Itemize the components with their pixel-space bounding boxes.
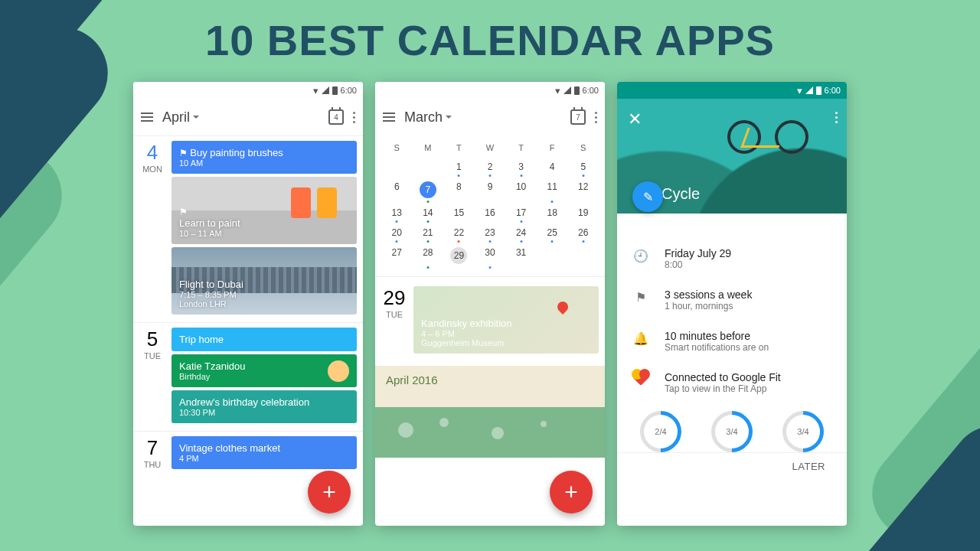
agenda-day-name: Tue (375, 310, 413, 319)
day-number: 7 (133, 436, 172, 460)
clock-icon: 🕘 (632, 247, 649, 270)
event-card[interactable]: Vintage clothes market4 PM (172, 436, 357, 469)
dow-label: M (413, 139, 444, 157)
phone-goal: ▾ 6:00 ✕ Cycle ✎ 🕘Friday July 298:00⚑3 s… (617, 82, 847, 526)
battery-icon (574, 86, 580, 95)
event-card[interactable]: ⚑ Learn to paint10 – 11 AM (172, 177, 357, 244)
calendar-day[interactable]: 2 (475, 157, 506, 177)
today-icon[interactable]: 7 (570, 109, 586, 125)
flag-icon: ⚑ (632, 289, 649, 311)
signal-icon (805, 86, 813, 94)
day-name: Tue (133, 351, 172, 360)
menu-icon[interactable] (141, 110, 153, 124)
calendar-day[interactable]: 9 (475, 177, 506, 203)
status-bar: ▾ 6:00 (375, 82, 605, 99)
app-bar: March 7 (375, 99, 605, 135)
detail-row[interactable]: Connected to Google FitTap to view in th… (629, 362, 835, 403)
event-card[interactable]: Katie TzanidouBirthday (172, 354, 357, 387)
day-name: Mon (133, 165, 172, 174)
wifi-icon: ▾ (555, 86, 560, 96)
calendar-day[interactable]: 16 (475, 203, 506, 223)
battery-icon (816, 86, 822, 95)
day-number: 4 (133, 141, 172, 165)
status-bar: ▾ 6:00 (133, 82, 363, 99)
detail-row[interactable]: ⚑3 sessions a week1 hour, mornings (629, 279, 835, 321)
calendar-day[interactable]: 13 (381, 203, 413, 223)
month-picker[interactable]: March (404, 109, 452, 126)
phone-month: ▾ 6:00 March 7 SMTWTFS123456789101112131… (375, 82, 605, 526)
status-time: 6:00 (825, 86, 841, 95)
day-row: 4Mon⚑ Buy painting brushes10 AM⚑ Learn t… (133, 135, 363, 322)
calendar-day[interactable]: 22 (443, 223, 475, 243)
calendar-day[interactable]: 31 (505, 243, 537, 269)
event-card[interactable]: Trip home (172, 328, 357, 351)
dow-label: W (475, 139, 506, 157)
calendar-day[interactable]: 4 (537, 157, 568, 177)
overflow-icon[interactable] (835, 109, 838, 126)
month-picker[interactable]: April (162, 109, 199, 126)
calendar-day[interactable]: 1 (443, 157, 475, 177)
wifi-icon: ▾ (797, 86, 802, 96)
calendar-day[interactable]: 26 (567, 223, 599, 243)
calendar-day[interactable]: 17 (505, 203, 537, 223)
reminder-icon: ⚑ (179, 148, 190, 158)
dow-label: T (443, 139, 475, 157)
calendar-day[interactable]: 21 (413, 223, 444, 243)
bell-icon: 🔔 (632, 330, 649, 353)
signal-icon (322, 86, 329, 94)
heart-icon (632, 371, 649, 394)
calendar-day[interactable]: 19 (567, 203, 599, 223)
calendar-day[interactable]: 27 (381, 243, 413, 269)
overflow-icon[interactable] (595, 112, 597, 123)
calendar-day[interactable]: 30 (475, 243, 506, 269)
overflow-icon[interactable] (353, 112, 355, 123)
close-icon[interactable]: ✕ (628, 109, 642, 129)
calendar-day[interactable]: 12 (567, 177, 599, 203)
today-icon[interactable]: 4 (328, 109, 344, 125)
bicycle-icon (727, 120, 808, 157)
calendar-day[interactable]: 25 (537, 223, 568, 243)
event-card[interactable]: ⚑ Buy painting brushes10 AM (172, 141, 357, 174)
event-card[interactable]: Kandinsky exhibition 4 – 6 PM Guggenheim… (413, 286, 599, 354)
status-bar: ▾ 6:00 (617, 82, 847, 99)
agenda-day-number: 29 (375, 286, 413, 310)
calendar-day[interactable]: 20 (381, 223, 413, 243)
menu-icon[interactable] (383, 110, 395, 124)
detail-row[interactable]: 🕘Friday July 298:00 (629, 238, 835, 279)
calendar-day[interactable]: 6 (381, 177, 413, 203)
avatar (328, 360, 349, 382)
add-fab[interactable]: + (550, 471, 593, 514)
calendar-day[interactable]: 10 (505, 177, 537, 203)
later-button[interactable]: LATER (617, 452, 847, 480)
month-grid: SMTWTFS123456789101112131415161718192021… (375, 135, 605, 276)
calendar-day[interactable]: 15 (443, 203, 475, 223)
calendar-day[interactable]: 29 (443, 243, 475, 269)
phone-schedule: ▾ 6:00 April 4 4Mon⚑ Buy painting brushe… (133, 82, 363, 526)
calendar-day[interactable]: 11 (537, 177, 568, 203)
edit-fab[interactable]: ✎ (632, 181, 663, 212)
calendar-day[interactable]: 23 (475, 223, 506, 243)
detail-row[interactable]: 🔔10 minutes beforeSmart notifications ar… (629, 321, 835, 362)
reminder-icon: ⚑ (179, 207, 349, 217)
status-time: 6:00 (583, 86, 599, 95)
add-fab[interactable]: + (308, 471, 351, 514)
day-name: Thu (133, 460, 172, 469)
calendar-day[interactable]: 5 (567, 157, 599, 177)
calendar-day[interactable]: 18 (537, 203, 568, 223)
dow-label: F (537, 139, 568, 157)
status-time: 6:00 (341, 86, 357, 95)
calendar-day[interactable]: 7 (413, 177, 444, 203)
day-row: 5TueTrip homeKatie TzanidouBirthdayAndre… (133, 322, 363, 431)
agenda-row: 29 Tue Kandinsky exhibition 4 – 6 PM Gug… (375, 276, 605, 366)
calendar-day[interactable]: 28 (413, 243, 444, 269)
day-number: 5 (133, 328, 172, 351)
calendar-day[interactable]: 8 (443, 177, 475, 203)
calendar-day[interactable]: 14 (413, 203, 444, 223)
calendar-day[interactable]: 3 (505, 157, 537, 177)
dow-label: S (567, 139, 599, 157)
event-card[interactable]: Andrew's birthday celebration10:30 PM (172, 390, 357, 423)
battery-icon (332, 86, 338, 95)
event-card[interactable]: Flight to Dubai7:15 – 8:35 PMLondon LHR (172, 247, 357, 315)
app-bar: April 4 (133, 99, 363, 135)
calendar-day[interactable]: 24 (505, 223, 537, 243)
